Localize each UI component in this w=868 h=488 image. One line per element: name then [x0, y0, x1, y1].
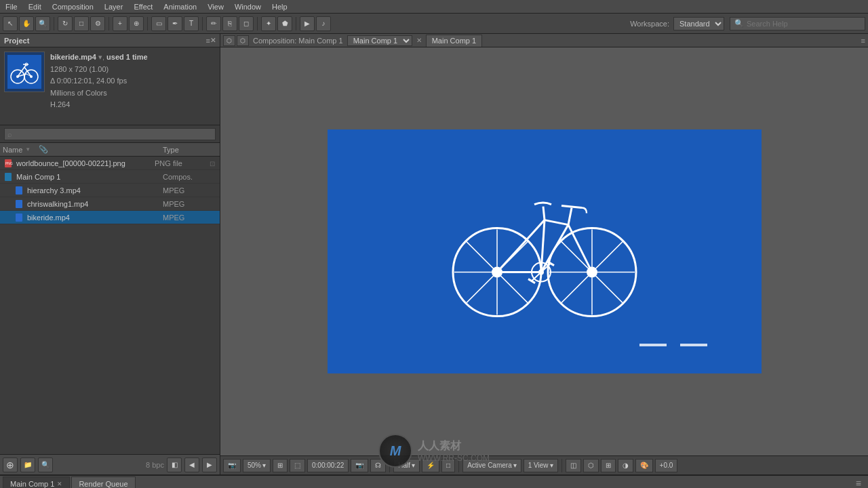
- file-item[interactable]: Main Comp 1 Compos.: [0, 170, 220, 184]
- project-panel-close[interactable]: ✕: [210, 37, 216, 44]
- menu-bar: File Edit Composition Layer Effect Anima…: [0, 0, 868, 14]
- type-tool-btn[interactable]: T: [184, 16, 199, 31]
- file-item[interactable]: PNG worldbounce_[00000-00221].png PNG fi…: [0, 157, 220, 170]
- comp-nav-back[interactable]: ⬡: [223, 35, 235, 46]
- select-tool-btn[interactable]: ↖: [3, 16, 18, 31]
- col-name[interactable]: Name ▼ 📎: [3, 145, 163, 154]
- comp-title-label: Composition: Main Comp 1: [253, 37, 343, 45]
- search-input[interactable]: [747, 20, 855, 28]
- timeline-tabs: Main Comp 1 ✕ Render Queue ≡: [0, 476, 868, 488]
- svg-line-30: [467, 272, 497, 303]
- view-count-select[interactable]: 1 View ▾: [524, 459, 558, 472]
- grid-btn[interactable]: ⊞: [601, 459, 616, 472]
- shape-tool-btn[interactable]: ⬟: [277, 16, 292, 31]
- bpc-display: 8 bpc: [146, 461, 164, 469]
- preview-btn[interactable]: ▶: [300, 16, 315, 31]
- fast-preview-btn[interactable]: ⚡: [422, 459, 439, 472]
- menu-composition[interactable]: Composition: [47, 1, 99, 12]
- main-layout: Project ≡ ✕: [0, 34, 868, 474]
- project-search-input[interactable]: [4, 128, 216, 140]
- svg-line-39: [541, 225, 568, 272]
- search-project-btn[interactable]: 🔍: [38, 458, 53, 472]
- bicycle-graphic: [436, 174, 653, 323]
- audio-btn[interactable]: ♪: [316, 16, 331, 31]
- timeline-tab-renderqueue[interactable]: Render Queue: [71, 476, 135, 488]
- file-type: Compos.: [163, 173, 217, 181]
- svg-rect-16: [16, 186, 22, 195]
- next-btn[interactable]: ▶: [202, 458, 217, 472]
- prev-btn[interactable]: ◀: [184, 458, 199, 472]
- hand-tool-btn[interactable]: ✋: [19, 16, 34, 31]
- new-item-btn[interactable]: ⊕: [3, 458, 18, 472]
- unified-cam-btn[interactable]: □: [74, 16, 89, 31]
- time-display[interactable]: 0:00:00:22: [307, 459, 349, 472]
- search-icon: 🔍: [734, 19, 744, 28]
- comp-title-select[interactable]: Main Comp 1: [347, 35, 412, 46]
- menu-layer[interactable]: Layer: [99, 1, 129, 12]
- snapshot-btn[interactable]: 📷: [223, 459, 241, 472]
- zoom-select[interactable]: 50% ▾: [243, 459, 271, 472]
- menu-animation[interactable]: Animation: [158, 1, 202, 12]
- clone-tool-btn[interactable]: ⎘: [222, 16, 237, 31]
- brush-tool-btn[interactable]: ✏: [206, 16, 221, 31]
- toolbar-sep-1: [54, 17, 54, 30]
- timeline-tab-maincomp[interactable]: Main Comp 1 ✕: [3, 476, 70, 488]
- svg-line-44: [568, 225, 592, 272]
- project-thumbnail: [4, 52, 45, 92]
- file-type: MPEG: [163, 200, 217, 208]
- menu-view[interactable]: View: [202, 1, 229, 12]
- exposure-btn[interactable]: +0.0: [655, 459, 678, 472]
- left-panel-bottom: ⊕ 📁 🔍 8 bpc ◧ ◀ ▶: [0, 454, 220, 474]
- toolbar-sep-3: [147, 17, 148, 30]
- folder-btn[interactable]: 📁: [20, 458, 35, 472]
- menu-file[interactable]: File: [0, 1, 23, 12]
- project-search[interactable]: [0, 125, 220, 143]
- channel-btn[interactable]: ◑: [618, 459, 633, 472]
- menu-effect[interactable]: Effect: [128, 1, 158, 12]
- viewport-controls: 📷 50% ▾ ⊞ ⬚ 0:00:00:22 📷 ☊ Half ▾ ⚡ □ Ac…: [220, 455, 868, 474]
- comp-line-1: [639, 344, 667, 346]
- rect-mask-btn[interactable]: ▭: [151, 16, 166, 31]
- menu-help[interactable]: Help: [267, 1, 293, 12]
- project-panel-title: Project: [4, 37, 206, 45]
- orbit-tool-btn[interactable]: ↻: [58, 16, 73, 31]
- toolbar-sep-4: [202, 17, 203, 30]
- comp-nav-forward[interactable]: ⬡: [237, 35, 249, 46]
- svg-line-46: [561, 206, 582, 208]
- menu-window[interactable]: Window: [229, 1, 267, 12]
- col-type: Type: [163, 146, 217, 154]
- mpeg-icon: [14, 199, 24, 209]
- move-tool-btn[interactable]: ⊕: [129, 16, 144, 31]
- anchor-tool-btn[interactable]: +: [113, 16, 127, 31]
- comp-menu-btn[interactable]: ≡: [861, 37, 865, 45]
- resolution-btn[interactable]: □: [441, 459, 455, 472]
- toggle-mask-btn[interactable]: ◫: [566, 459, 581, 472]
- tab-close-icon[interactable]: ✕: [57, 481, 62, 487]
- comp-header-close[interactable]: ✕: [416, 37, 422, 44]
- right-panel: ⬡ ⬡ Composition: Main Comp 1 Main Comp 1…: [220, 34, 868, 474]
- file-item[interactable]: chriswalking1.mp4 MPEG: [0, 197, 220, 211]
- file-name: Main Comp 1: [16, 173, 163, 181]
- camera-view-select[interactable]: Active Camera ▾: [462, 459, 521, 472]
- workspace-select[interactable]: Standard: [673, 17, 724, 30]
- pixel-aspect-btn[interactable]: ⬚: [290, 459, 305, 472]
- file-item[interactable]: hierarchy 3.mp4 MPEG: [0, 184, 220, 197]
- comp-tab[interactable]: Main Comp 1: [426, 35, 482, 47]
- 3d-btn[interactable]: ☊: [370, 459, 386, 472]
- bpc-btn[interactable]: ◧: [167, 458, 182, 472]
- toggle-3d-btn[interactable]: ⬡: [583, 459, 599, 472]
- color-mgmt-btn[interactable]: 🎨: [635, 459, 653, 472]
- zoom-tool-btn[interactable]: 🔍: [35, 16, 50, 31]
- file-type: PNG file: [155, 159, 209, 167]
- camera-btn[interactable]: 📷: [351, 459, 368, 472]
- menu-edit[interactable]: Edit: [23, 1, 47, 12]
- puppet-tool-btn[interactable]: ✦: [261, 16, 276, 31]
- file-item-selected[interactable]: bikeride.mp4 MPEG: [0, 211, 220, 224]
- fit-btn[interactable]: ⊞: [273, 459, 288, 472]
- quality-select[interactable]: Half ▾: [393, 459, 420, 472]
- eraser-tool-btn[interactable]: ◻: [239, 16, 254, 31]
- search-box[interactable]: 🔍: [730, 17, 865, 30]
- settings-btn[interactable]: ⚙: [90, 16, 105, 31]
- timeline-menu-btn[interactable]: ≡: [852, 478, 865, 489]
- pen-tool-btn[interactable]: ✒: [167, 16, 182, 31]
